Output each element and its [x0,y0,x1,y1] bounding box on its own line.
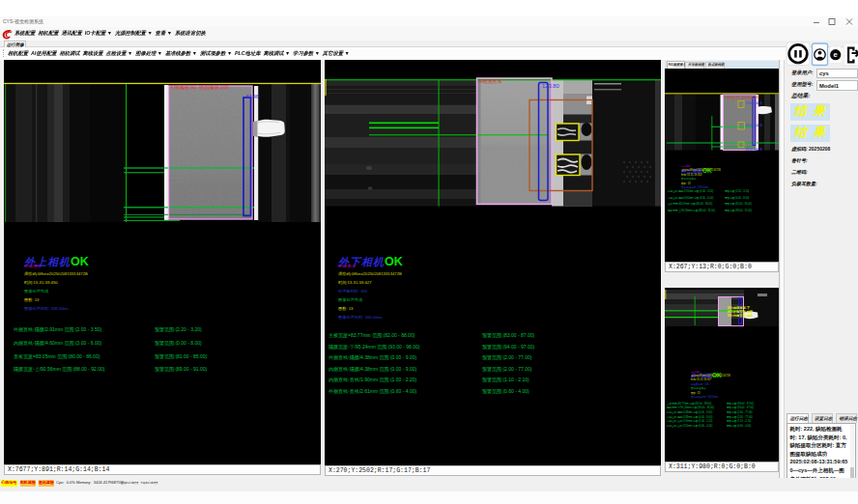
svg-text:下限阈值:93, 动态阈值:100: 下限阈值:93, 动态阈值:100 [725,95,759,98]
svg-text:33.01 屏蔽 B: 33.01 屏蔽 B [746,148,762,152]
svg-text:33.66 屏蔽 B: 33.66 屏蔽 B [746,101,762,105]
svg-text:NG:内侧直线-隔膜: NG:内侧直线-隔膜 [728,314,754,318]
svg-text:33.48 屏蔽 B: 33.48 屏蔽 B [746,124,762,127]
svg-text:e: e [834,50,838,59]
